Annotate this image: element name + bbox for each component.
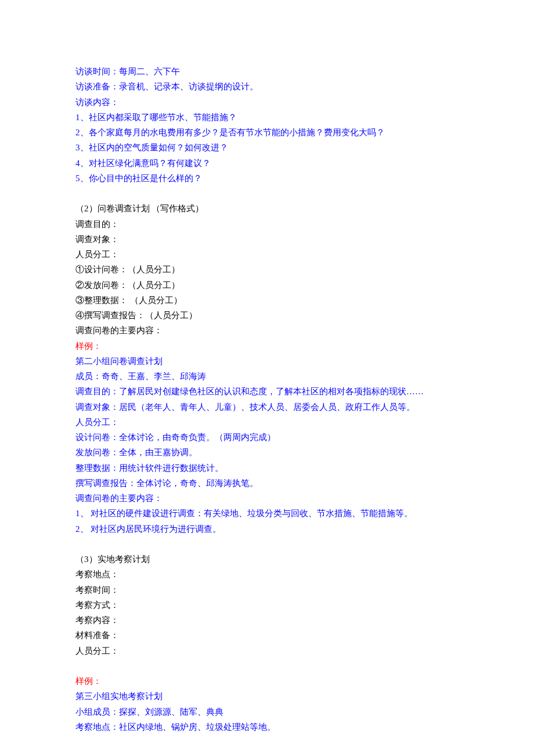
text-line: 访谈内容： bbox=[75, 95, 459, 110]
blank-line bbox=[75, 186, 459, 201]
blank-line bbox=[75, 658, 459, 674]
text-line: 整理数据：用统计软件进行数据统计。 bbox=[75, 460, 459, 476]
text-line: 材料准备： bbox=[75, 628, 459, 643]
text-line: 第二小组问卷调查计划 bbox=[75, 354, 459, 369]
text-line: 成员：奇奇、王嘉、李兰、邱海涛 bbox=[75, 369, 459, 384]
text-line: ③整理数据： （人员分工） bbox=[75, 293, 459, 308]
text-line: 考察时间： bbox=[75, 582, 459, 597]
text-line: 3、社区内的空气质量如何？如何改进？ bbox=[75, 140, 459, 155]
text-line: 人员分工： bbox=[75, 247, 459, 262]
text-line: 调查对象： bbox=[75, 232, 459, 247]
text-line: 小组成员：探探、刘源源、陆军、典典 bbox=[75, 704, 459, 719]
text-line: 考察地点： bbox=[75, 567, 459, 582]
text-line: 调查问卷的主要内容： bbox=[75, 323, 459, 338]
text-line: 5、你心目中的社区是什么样的？ bbox=[75, 171, 459, 186]
sample-label: 样例： bbox=[75, 339, 459, 354]
text-line: 4、对社区绿化满意吗？有何建议？ bbox=[75, 156, 459, 171]
text-line: （2）问卷调查计划 （写作格式） bbox=[75, 201, 459, 216]
text-line: 1、社区内都采取了哪些节水、节能措施？ bbox=[75, 110, 459, 125]
text-line: 调查目的： bbox=[75, 217, 459, 232]
text-line: 访谈时间：每周二、六下午 bbox=[75, 64, 459, 79]
text-line: （3）实地考察计划 bbox=[75, 552, 459, 567]
blank-line bbox=[75, 537, 459, 552]
text-line: 撰写调查报告：全体讨论，奇奇、邱海涛执笔。 bbox=[75, 476, 459, 491]
text-line: 考察地点：社区内绿地、锅炉房、垃圾处理站等地。 bbox=[75, 719, 459, 735]
text-line: 人员分工： bbox=[75, 415, 459, 430]
text-line: 1、 对社区的硬件建设进行调查：有关绿地、垃圾分类与回收、节水措施、节能措施等。 bbox=[75, 506, 459, 521]
text-line: 考察内容： bbox=[75, 613, 459, 628]
text-line: 2、各个家庭每月的水电费用有多少？是否有节水节能的小措施？费用变化大吗？ bbox=[75, 125, 459, 140]
text-line: 2、 对社区内居民环境行为进行调查。 bbox=[75, 521, 459, 537]
text-line: 考察方式： bbox=[75, 597, 459, 613]
text-line: 调查目的：了解居民对创建绿色社区的认识和态度，了解本社区的相对各项指标的现状…… bbox=[75, 384, 459, 399]
sample-label: 样例： bbox=[75, 674, 459, 689]
text-line: 设计问卷：全体讨论，由奇奇负责。（两周内完成） bbox=[75, 430, 459, 445]
text-line: 第三小组实地考察计划 bbox=[75, 689, 459, 704]
text-line: ①设计问卷：（人员分工） bbox=[75, 262, 459, 277]
text-line: ②发放问卷：（人员分工） bbox=[75, 278, 459, 293]
text-line: 访谈准备：录音机、记录本、访谈提纲的设计。 bbox=[75, 79, 459, 94]
text-line: ④撰写调查报告：（人员分工） bbox=[75, 308, 459, 323]
text-line: 调查对象：居民（老年人、青年人、儿童）、技术人员、居委会人员、政府工作人员等。 bbox=[75, 399, 459, 415]
text-line: 发放问卷：全体，由王嘉协调。 bbox=[75, 445, 459, 460]
text-line: 人员分工： bbox=[75, 643, 459, 658]
text-line: 调查问卷的主要内容： bbox=[75, 491, 459, 506]
document-page: 访谈时间：每周二、六下午 访谈准备：录音机、记录本、访谈提纲的设计。 访谈内容：… bbox=[0, 0, 534, 756]
